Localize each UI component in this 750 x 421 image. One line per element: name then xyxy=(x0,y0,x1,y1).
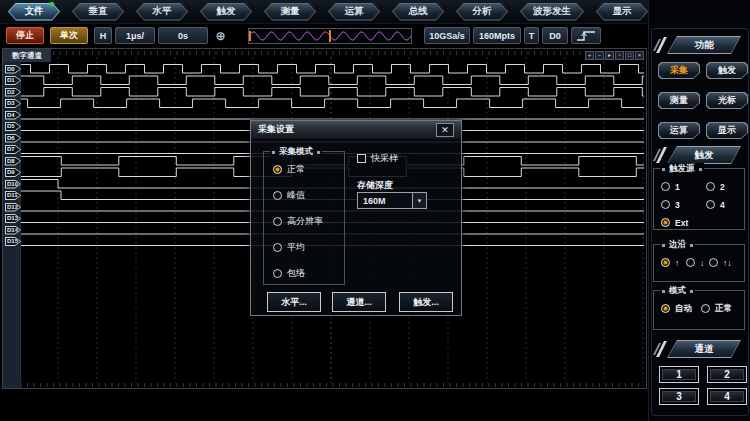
menu-item-垂直[interactable]: 垂直 xyxy=(72,3,124,21)
radio-option-正常[interactable]: 正常 xyxy=(273,164,305,175)
digital-channels-tab[interactable]: 数字通道 xyxy=(3,49,51,62)
menu-item-总线[interactable]: 总线 xyxy=(392,3,444,21)
channel-tag-D15[interactable]: D15 xyxy=(5,237,21,246)
channel-tag-D1[interactable]: D1 xyxy=(5,76,21,85)
menu-item-label: 测量 xyxy=(265,4,315,20)
channel-tag-D2[interactable]: D2 xyxy=(5,88,21,97)
function-button-测量[interactable]: 测量 xyxy=(658,92,700,109)
channel-tag-D14[interactable]: D14 xyxy=(5,226,21,235)
dialog-titlebar[interactable]: 采集设置 ✕ xyxy=(251,121,461,139)
menu-bar: 文件垂直水平触发测量运算总线分析波形发生显示系统 触发? 09:59:52 20… xyxy=(0,0,750,24)
window-control-button-1[interactable]: − xyxy=(595,51,604,60)
window-control-button-5[interactable]: × xyxy=(635,51,644,60)
radio-option-峰值[interactable]: 峰值 xyxy=(273,190,305,201)
window-control-button-4[interactable]: □ xyxy=(625,51,634,60)
radio-option-平均[interactable]: 平均 xyxy=(273,242,305,253)
timebase-button[interactable]: 1μs/ xyxy=(115,27,155,44)
channel-tag-D11[interactable]: D11 xyxy=(5,191,21,200)
channel-button-1[interactable]: 1 xyxy=(659,366,699,383)
groupbox-legend: 采集模式 xyxy=(270,146,322,158)
trigger-source-option-2[interactable]: 2 xyxy=(706,181,725,192)
trigger-t-button[interactable]: T xyxy=(524,27,539,44)
function-button-显示[interactable]: 显示 xyxy=(706,122,748,139)
menu-item-label: 水平 xyxy=(137,4,187,20)
window-control-button-3[interactable]: ▫ xyxy=(615,51,624,60)
channel-tag-label: D12 xyxy=(6,204,20,211)
radio-option-包络[interactable]: 包络 xyxy=(273,268,305,279)
channel-tag-D4[interactable]: D4 xyxy=(5,111,21,120)
menu-item-测量[interactable]: 测量 xyxy=(264,3,316,21)
function-button-运算[interactable]: 运算 xyxy=(658,122,700,139)
channel-button-2[interactable]: 2 xyxy=(707,366,747,383)
radio-indicator xyxy=(709,258,718,267)
dialog-button-通道[interactable]: 通道... xyxy=(332,292,386,312)
function-button-label: 测量 xyxy=(659,93,699,108)
channel-tag-D13[interactable]: D13 xyxy=(5,214,21,223)
radio-indicator xyxy=(273,191,282,200)
menu-item-运算[interactable]: 运算 xyxy=(328,3,380,21)
trigger-mode-option-正常[interactable]: 正常 xyxy=(701,303,732,314)
trigger-source-option-4[interactable]: 4 xyxy=(706,199,725,210)
channel-tag-D6[interactable]: D6 xyxy=(5,134,21,143)
channel-tag-D7[interactable]: D7 xyxy=(5,145,21,154)
fast-sample-checkbox[interactable]: 快采样 xyxy=(357,153,398,164)
dialog-button-触发[interactable]: 触发... xyxy=(399,292,453,312)
radio-indicator xyxy=(661,218,670,227)
channel-button-3[interactable]: 3 xyxy=(659,388,699,405)
trigger-edge-option-1[interactable]: ↓ xyxy=(686,257,704,268)
menu-item-分析[interactable]: 分析 xyxy=(456,3,508,21)
channel-tag-label: D13 xyxy=(6,215,20,222)
horizontal-button[interactable]: H xyxy=(94,27,112,44)
horizontal-offset-button[interactable]: 0s xyxy=(158,27,208,44)
radio-label: 3 xyxy=(675,200,680,210)
channel-tag-D10[interactable]: D10 xyxy=(5,180,21,189)
section-title-trigger: 触发 xyxy=(695,149,714,162)
sample-rate-button[interactable]: 10GSa/s xyxy=(424,27,470,44)
memory-depth-select[interactable]: 160M ▼ xyxy=(357,192,427,209)
waveform-preview[interactable] xyxy=(248,28,412,44)
close-icon[interactable]: ✕ xyxy=(436,123,454,137)
trigger-source-option-1[interactable]: 1 xyxy=(661,181,680,192)
trigger-mode-option-自动[interactable]: 自动 xyxy=(661,303,692,314)
channel-button-4[interactable]: 4 xyxy=(707,388,747,405)
channel-button-label: 2 xyxy=(710,369,744,380)
channel-tag-D8[interactable]: D8 xyxy=(5,157,21,166)
window-control-button-0[interactable]: + xyxy=(585,51,594,60)
trace-D2 xyxy=(21,88,644,97)
trigger-edge-option-2[interactable]: ↑↓ xyxy=(709,257,732,268)
channel-tag-D9[interactable]: D9 xyxy=(5,168,21,177)
channel-tag-D5[interactable]: D5 xyxy=(5,122,21,131)
function-button-采集[interactable]: 采集 xyxy=(658,62,700,79)
trigger-source-button[interactable]: D0 xyxy=(542,27,568,44)
single-button[interactable]: 单次 xyxy=(50,27,88,44)
stop-button[interactable]: 停止 xyxy=(6,27,44,44)
zoom-icon[interactable]: ⊕ xyxy=(212,27,229,44)
trigger-source-option-3[interactable]: 3 xyxy=(661,199,680,210)
function-button-光标[interactable]: 光标 xyxy=(706,92,748,109)
trigger-slope-button[interactable] xyxy=(571,27,601,44)
dialog-button-水平[interactable]: 水平... xyxy=(267,292,321,312)
header-slash-decoration xyxy=(656,147,666,163)
menu-item-波形发生[interactable]: 波形发生 xyxy=(520,3,584,21)
menu-item-显示[interactable]: 显示 xyxy=(596,3,648,21)
channel-tag-label: D0 xyxy=(6,66,20,73)
channel-tag-D12[interactable]: D12 xyxy=(5,203,21,212)
function-button-触发[interactable]: 触发 xyxy=(706,62,748,79)
menu-item-水平[interactable]: 水平 xyxy=(136,3,188,21)
menu-item-触发[interactable]: 触发 xyxy=(200,3,252,21)
radio-label: 峰值 xyxy=(287,189,305,202)
menu-item-文件[interactable]: 文件 xyxy=(8,3,60,21)
window-control-button-2[interactable]: ▸ xyxy=(605,51,614,60)
section-header-function: 功能 xyxy=(667,36,741,54)
trigger-edge-option-0[interactable]: ↑ xyxy=(661,257,679,268)
memory-depth-button[interactable]: 160Mpts xyxy=(473,27,521,44)
radio-label: 2 xyxy=(720,182,725,192)
oscilloscope-screen: 文件垂直水平触发测量运算总线分析波形发生显示系统 触发? 09:59:52 20… xyxy=(0,0,750,421)
trigger-source-option-Ext[interactable]: Ext xyxy=(661,217,688,228)
radio-label: 正常 xyxy=(715,303,732,315)
channel-tag-D0[interactable]: D0 xyxy=(5,65,21,74)
radio-option-高分辨率[interactable]: 高分辨率 xyxy=(273,216,323,227)
menu-item-label: 波形发生 xyxy=(521,4,583,20)
channel-tag-D3[interactable]: D3 xyxy=(5,99,21,108)
radio-indicator xyxy=(706,200,715,209)
